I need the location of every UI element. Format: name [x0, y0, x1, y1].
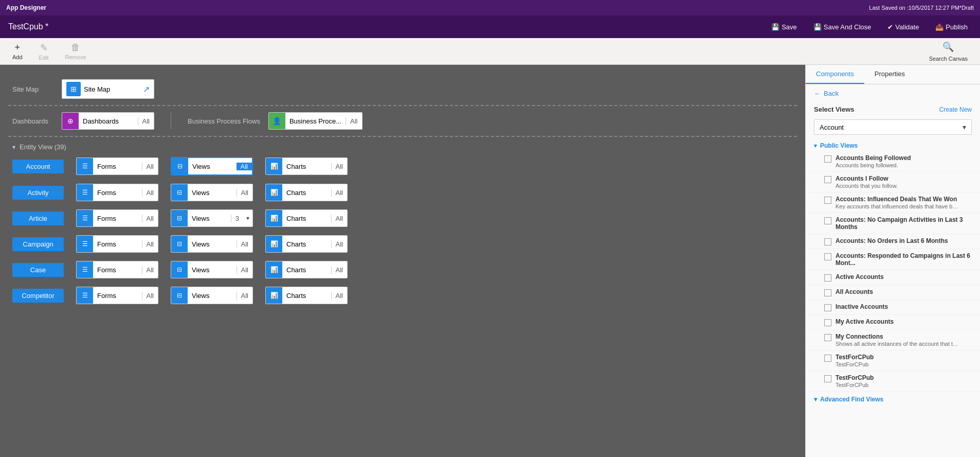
forms-component-activity[interactable]: ☰ Forms All — [76, 184, 158, 201]
charts-component-account[interactable]: 📊 Charts All — [265, 157, 348, 175]
dashboard-text: Dashboards — [79, 117, 138, 125]
view-list-item[interactable]: Inactive Accounts — [806, 300, 980, 315]
view-checkbox[interactable] — [824, 289, 831, 296]
view-item-text: Accounts: Responded to Campaigns in Last… — [836, 252, 972, 267]
advanced-find-views-header[interactable]: ▾ Advanced Find Views — [806, 392, 980, 405]
view-item-name: Inactive Accounts — [836, 303, 972, 310]
tab-properties[interactable]: Properties — [864, 65, 915, 84]
views-component-account[interactable]: ⊟ Views All — [171, 157, 253, 175]
charts-component-activity[interactable]: 📊 Charts All — [265, 184, 348, 201]
view-item-name: TestForCPub — [836, 354, 972, 361]
view-list-item[interactable]: Accounts: Influenced Deals That We Won K… — [806, 192, 980, 213]
forms-component-case[interactable]: ☰ Forms All — [76, 261, 158, 278]
charts-label: Charts — [282, 163, 331, 170]
sitemap-component[interactable]: ⊞ Site Map ↗ — [62, 79, 154, 99]
view-checkbox[interactable] — [824, 355, 831, 362]
save-button[interactable]: 💾 Save — [767, 21, 801, 33]
views-component-competitor[interactable]: ⊟ Views All — [171, 287, 253, 304]
entity-name-button-campaign[interactable]: Campaign — [12, 237, 64, 251]
create-new-link[interactable]: Create New — [939, 106, 972, 113]
view-list-item[interactable]: My Active Accounts — [806, 315, 980, 330]
view-list-item[interactable]: Active Accounts — [806, 270, 980, 285]
entity-name-button-article[interactable]: Article — [12, 212, 64, 225]
entity-name-button-competitor[interactable]: Competitor — [12, 289, 64, 303]
back-button[interactable]: ← Back — [806, 84, 847, 102]
sitemap-arrow-icon[interactable]: ↗ — [143, 84, 150, 94]
view-checkbox[interactable] — [824, 197, 831, 204]
charts-icon: 📊 — [266, 261, 282, 278]
view-checkbox[interactable] — [824, 334, 831, 341]
entity-view-section: ▾ Entity View (39) Account ☰ Forms All ⊟… — [8, 137, 797, 314]
view-list-item[interactable]: TestForCPub TestForCPub — [806, 371, 980, 392]
entity-view-header[interactable]: ▾ Entity View (39) — [12, 143, 793, 151]
charts-component-competitor[interactable]: 📊 Charts All — [265, 287, 348, 304]
charts-label: Charts — [282, 266, 331, 274]
bpf-label: Business Process Flows — [188, 117, 260, 125]
forms-badge: All — [142, 215, 158, 222]
view-list-item[interactable]: All Accounts — [806, 285, 980, 300]
search-canvas-button[interactable]: 🔍 Search Canvas — [925, 39, 972, 64]
forms-component-account[interactable]: ☰ Forms All — [76, 157, 158, 175]
charts-component-case[interactable]: 📊 Charts All — [265, 261, 348, 278]
public-views-header[interactable]: ▾ Public Views — [806, 138, 980, 151]
views-label: Views — [188, 292, 237, 300]
views-component-activity[interactable]: ⊟ Views All — [171, 184, 253, 201]
entity-name-button-case[interactable]: Case — [12, 263, 64, 277]
charts-component-article[interactable]: 📊 Charts All — [265, 209, 348, 227]
view-checkbox[interactable] — [824, 304, 831, 311]
validate-button[interactable]: ✔ Validate — [883, 21, 923, 33]
views-component-case[interactable]: ⊟ Views All — [171, 261, 253, 278]
forms-component-competitor[interactable]: ☰ Forms All — [76, 287, 158, 304]
view-item-text: Accounts: No Campaign Activities in Last… — [836, 216, 972, 231]
entity-row: Activity ☰ Forms All ⊟ Views All 📊 Chart… — [12, 184, 793, 201]
panel-content[interactable]: ← Back Select Views Create New Account ▾… — [806, 84, 980, 457]
charts-label: Charts — [282, 240, 331, 248]
forms-label: Forms — [93, 240, 142, 248]
view-list-item[interactable]: Accounts Being Followed Accounts being f… — [806, 151, 980, 172]
view-checkbox[interactable] — [824, 319, 831, 326]
views-badge: All — [237, 240, 252, 248]
tab-components[interactable]: Components — [806, 65, 864, 84]
views-icon: ⊟ — [171, 236, 188, 252]
views-label: Views — [188, 163, 237, 170]
view-list-item[interactable]: TestForCPub TestForCPub — [806, 350, 980, 371]
publish-button[interactable]: 📤 Publish — [931, 21, 972, 33]
canvas-area[interactable]: Site Map ⊞ Site Map ↗ Dashboards ⊕ Dashb… — [0, 65, 805, 457]
remove-button[interactable]: 🗑 Remove — [61, 40, 90, 63]
entity-select-dropdown[interactable]: Account ▾ — [814, 119, 972, 135]
add-button[interactable]: + Add — [8, 40, 27, 63]
edit-button[interactable]: ✎ Edit — [35, 40, 53, 63]
view-checkbox[interactable] — [824, 238, 831, 245]
view-list-item[interactable]: Accounts: No Orders in Last 6 Months — [806, 234, 980, 249]
views-dropdown-icon[interactable]: ▾ — [243, 215, 252, 222]
views-component-campaign[interactable]: ⊟ Views All — [171, 235, 253, 253]
bpf-component[interactable]: 👤 Business Proce... All — [268, 112, 362, 130]
view-item-row: Accounts: No Campaign Activities in Last… — [824, 216, 972, 231]
entity-name-button-account[interactable]: Account — [12, 160, 64, 173]
view-list-item[interactable]: Accounts: Responded to Campaigns in Last… — [806, 249, 980, 270]
remove-icon: 🗑 — [71, 42, 80, 53]
view-checkbox[interactable] — [824, 375, 831, 382]
forms-component-article[interactable]: ☰ Forms All — [76, 209, 158, 227]
view-checkbox[interactable] — [824, 274, 831, 282]
view-list-item[interactable]: My Connections Shows all active instance… — [806, 330, 980, 350]
view-item-row: Active Accounts — [824, 273, 972, 282]
dashboard-all: All — [138, 117, 154, 125]
save-and-close-button[interactable]: 💾 Save And Close — [809, 21, 876, 33]
forms-component-campaign[interactable]: ☰ Forms All — [76, 235, 158, 253]
view-checkbox[interactable] — [824, 155, 831, 163]
charts-label: Charts — [282, 215, 331, 222]
advanced-find-arrow-icon: ▾ — [814, 396, 817, 403]
charts-component-campaign[interactable]: 📊 Charts All — [265, 235, 348, 253]
view-checkbox[interactable] — [824, 253, 831, 260]
charts-badge: All — [331, 163, 347, 170]
view-checkbox[interactable] — [824, 176, 831, 183]
panel-tabs: Components Properties — [806, 65, 980, 84]
view-checkbox[interactable] — [824, 217, 831, 224]
dashboards-component[interactable]: ⊕ Dashboards All — [62, 112, 154, 130]
view-list-item[interactable]: Accounts I Follow Accounts that you foll… — [806, 172, 980, 192]
view-list-item[interactable]: Accounts: No Campaign Activities in Last… — [806, 213, 980, 234]
views-label: Views — [188, 266, 237, 274]
entity-name-button-activity[interactable]: Activity — [12, 186, 64, 200]
views-component-article[interactable]: ⊟ Views 3 ▾ — [171, 209, 253, 227]
